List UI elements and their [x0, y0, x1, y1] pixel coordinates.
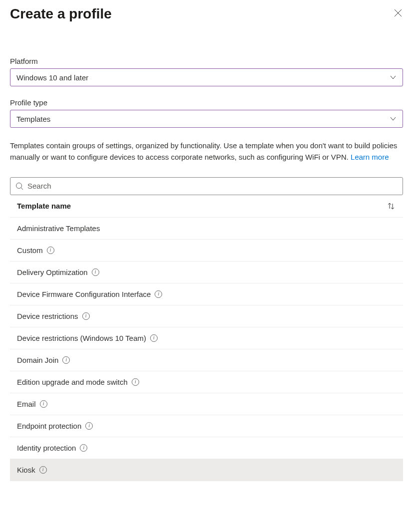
chevron-down-icon — [390, 74, 397, 81]
template-name: Custom — [17, 246, 43, 255]
template-name: Device restrictions (Windows 10 Team) — [17, 334, 146, 342]
info-icon[interactable]: i — [92, 268, 99, 276]
search-input[interactable] — [27, 182, 398, 190]
template-row[interactable]: Device restrictionsi — [10, 305, 403, 327]
info-icon[interactable]: i — [150, 334, 158, 342]
template-list: Administrative TemplatesCustomiDelivery … — [10, 218, 403, 481]
template-row[interactable]: Domain Joini — [10, 349, 403, 371]
search-box[interactable] — [10, 177, 403, 195]
learn-more-link[interactable]: Learn more — [351, 153, 389, 161]
template-name: Kiosk — [17, 466, 35, 474]
info-icon[interactable]: i — [62, 356, 70, 364]
profile-type-label: Profile type — [10, 98, 403, 107]
template-row[interactable]: Administrative Templates — [10, 218, 403, 240]
template-row[interactable]: Customi — [10, 240, 403, 262]
table-header[interactable]: Template name — [10, 195, 403, 218]
close-button[interactable] — [393, 9, 403, 19]
platform-dropdown[interactable]: Windows 10 and later — [10, 68, 403, 86]
template-row[interactable]: Device Firmware Configuration Interfacei — [10, 283, 403, 305]
templates-description: Templates contain groups of settings, or… — [10, 140, 403, 163]
svg-point-2 — [16, 183, 22, 188]
template-name: Endpoint protection — [17, 422, 81, 430]
template-row[interactable]: Edition upgrade and mode switchi — [10, 371, 403, 393]
info-icon[interactable]: i — [132, 378, 139, 386]
template-name: Edition upgrade and mode switch — [17, 378, 128, 386]
svg-line-3 — [21, 188, 23, 190]
search-icon — [15, 182, 23, 190]
info-icon[interactable]: i — [82, 312, 90, 320]
template-row[interactable]: Device restrictions (Windows 10 Team)i — [10, 327, 403, 349]
profile-type-dropdown[interactable]: Templates — [10, 110, 403, 128]
template-row[interactable]: Identity protectioni — [10, 437, 403, 459]
template-name: Delivery Optimization — [17, 268, 88, 276]
template-name: Email — [17, 400, 36, 408]
info-icon[interactable]: i — [85, 422, 93, 430]
platform-value: Windows 10 and later — [16, 73, 88, 82]
info-icon[interactable]: i — [39, 466, 47, 474]
template-name: Identity protection — [17, 444, 76, 452]
info-icon[interactable]: i — [40, 400, 47, 408]
chevron-down-icon — [390, 115, 397, 122]
sort-icon — [386, 201, 396, 211]
info-icon[interactable]: i — [80, 444, 87, 452]
description-text: Templates contain groups of settings, or… — [10, 141, 397, 161]
table-header-label: Template name — [17, 202, 71, 210]
profile-type-value: Templates — [16, 115, 50, 123]
info-icon[interactable]: i — [155, 290, 162, 298]
info-icon[interactable]: i — [47, 247, 54, 254]
platform-label: Platform — [10, 57, 403, 65]
template-name: Device Firmware Configuration Interface — [17, 290, 151, 298]
template-name: Domain Join — [17, 356, 58, 364]
template-row[interactable]: Endpoint protectioni — [10, 415, 403, 437]
close-icon — [394, 9, 402, 19]
template-row[interactable]: Emaili — [10, 393, 403, 415]
template-name: Administrative Templates — [17, 224, 100, 233]
template-row[interactable]: Kioski — [10, 459, 403, 481]
page-title: Create a profile — [10, 6, 112, 22]
template-row[interactable]: Delivery Optimizationi — [10, 262, 403, 283]
template-name: Device restrictions — [17, 312, 78, 320]
